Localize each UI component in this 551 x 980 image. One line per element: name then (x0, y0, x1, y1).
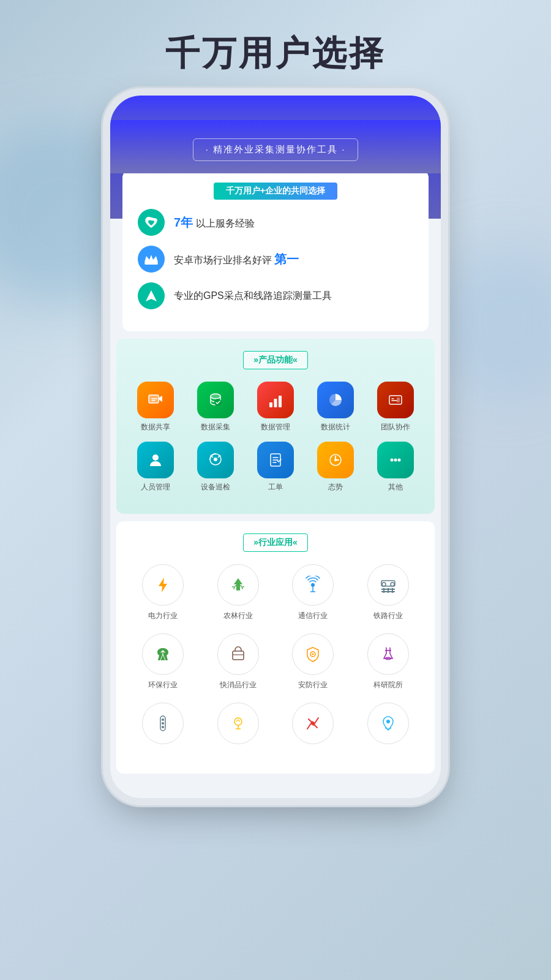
svg-point-14 (391, 459, 394, 462)
industry-label-consumer: 快消品行业 (220, 680, 257, 690)
svg-point-26 (382, 582, 386, 586)
func-icon-team-collab (377, 382, 414, 418)
industry-icon-eco (142, 633, 184, 675)
industry-consumer[interactable]: 快消品行业 (205, 633, 271, 690)
svg-point-32 (312, 654, 314, 655)
industry-icon-research (367, 633, 409, 675)
func-device-inspect[interactable]: 设备巡检 (189, 442, 242, 492)
industry-label-security: 安防行业 (298, 680, 328, 690)
industry-research[interactable]: 科研院所 (355, 633, 421, 690)
func-icon-device-inspect (197, 442, 234, 478)
industry-label-power: 电力行业 (148, 611, 178, 621)
stat-item-years: 7年 以上服务经验 (138, 209, 413, 236)
industry-icon-railway (367, 564, 409, 606)
func-icon-workorder (257, 442, 294, 478)
func-data-collect[interactable]: 数据采集 (189, 382, 242, 432)
func-person-manage[interactable]: 人员管理 (129, 442, 182, 492)
industry-label-telecom: 通信行业 (298, 611, 328, 621)
industry-security[interactable]: 安防行业 (280, 633, 346, 690)
industry-label-agriculture: 农林行业 (223, 611, 253, 621)
industry-agriculture[interactable]: 农林行业 (205, 564, 271, 621)
func-icon-data-share (137, 382, 174, 418)
func-label-data-share: 数据共享 (141, 422, 170, 432)
industry-eco[interactable]: 环保行业 (130, 633, 196, 690)
func-label-team-collab: 团队协作 (381, 422, 410, 432)
phone-header: 精准外业采集测量协作工具 (110, 120, 441, 173)
industry-misc3[interactable] (280, 703, 346, 749)
func-data-stats[interactable]: 数据统计 (309, 382, 362, 432)
industry-icon-security (292, 633, 334, 675)
industry-icon-misc2 (217, 703, 259, 744)
stat-icon-heart (138, 209, 165, 236)
page-title: 千万用户选择 (0, 0, 551, 96)
product-section-title: »产品功能« (126, 351, 425, 369)
tagline: 精准外业采集测量协作工具 (193, 138, 359, 161)
svg-point-39 (234, 718, 242, 725)
function-grid: 数据共享 数据采集 (126, 382, 425, 502)
svg-rect-6 (279, 396, 282, 407)
svg-point-36 (162, 718, 164, 721)
func-data-manage[interactable]: 数据管理 (249, 382, 302, 432)
stat-icon-crown (138, 246, 165, 273)
func-situation[interactable]: 态势 (309, 442, 362, 492)
func-data-share[interactable]: 数据共享 (129, 382, 182, 432)
svg-point-13 (334, 459, 337, 461)
industry-label-railway: 铁路行业 (373, 611, 403, 621)
stat-text-gps: 专业的GPS采点和线路追踪测量工具 (174, 290, 332, 303)
svg-point-10 (214, 458, 217, 461)
industry-section: »行业应用« 电力行业 (116, 521, 435, 774)
func-icon-data-manage (257, 382, 294, 418)
industry-label-eco: 环保行业 (148, 680, 178, 690)
industry-misc2[interactable] (205, 703, 271, 749)
svg-point-18 (311, 583, 315, 587)
func-other[interactable]: 其他 (369, 442, 422, 492)
func-team-collab[interactable]: 团队协作 (369, 382, 422, 432)
industry-misc4[interactable] (355, 703, 421, 749)
stat-item-gps: 专业的GPS采点和线路追踪测量工具 (138, 282, 413, 309)
stats-title: 千万用户+企业的共同选择 (138, 183, 413, 200)
func-icon-data-stats (317, 382, 354, 418)
func-workorder[interactable]: 工单 (249, 442, 302, 492)
industry-icon-agriculture (217, 564, 259, 606)
svg-point-37 (162, 722, 164, 725)
product-functions-section: »产品功能« 数据共享 (116, 339, 435, 514)
func-label-data-stats: 数据统计 (321, 422, 350, 432)
industry-icon-misc1 (142, 703, 184, 744)
svg-point-34 (385, 657, 391, 660)
stat-icon-nav (138, 282, 165, 309)
func-label-device-inspect: 设备巡检 (201, 482, 230, 492)
stat-text-years: 7年 以上服务经验 (174, 214, 255, 231)
industry-icon-power (142, 564, 184, 606)
industry-grid: 电力行业 农林行业 (126, 564, 425, 761)
svg-rect-0 (144, 262, 158, 265)
industry-misc1[interactable] (130, 703, 196, 749)
svg-rect-29 (233, 651, 244, 660)
func-icon-situation (317, 442, 354, 478)
industry-railway[interactable]: 铁路行业 (355, 564, 421, 621)
stat-text-rank: 安卓市场行业排名好评 第一 (174, 251, 299, 268)
svg-point-15 (394, 459, 397, 462)
svg-marker-17 (159, 578, 167, 592)
func-label-situation: 态势 (328, 482, 343, 492)
stats-card: 千万用户+企业的共同选择 7年 以上服务经验 (122, 170, 429, 331)
func-icon-other (377, 442, 414, 478)
svg-point-16 (398, 459, 401, 462)
func-label-person-manage: 人员管理 (141, 482, 170, 492)
industry-title-text: »行业应用« (243, 533, 308, 552)
industry-icon-misc4 (367, 703, 409, 744)
stat-highlight-years: 7年 (174, 216, 193, 229)
stat-highlight-rank: 第一 (274, 252, 299, 266)
industry-power[interactable]: 电力行业 (130, 564, 196, 621)
func-icon-data-collect (197, 382, 234, 418)
product-title-text: »产品功能« (243, 351, 308, 369)
func-icon-person-manage (137, 442, 174, 478)
svg-point-45 (311, 722, 315, 725)
svg-point-38 (162, 726, 164, 728)
svg-rect-28 (381, 581, 395, 586)
industry-telecom[interactable]: 通信行业 (280, 564, 346, 621)
svg-point-27 (391, 582, 394, 586)
svg-point-46 (386, 720, 390, 723)
industry-icon-consumer (217, 633, 259, 675)
stats-title-text: 千万用户+企业的共同选择 (214, 183, 337, 200)
func-label-other: 其他 (388, 482, 403, 492)
